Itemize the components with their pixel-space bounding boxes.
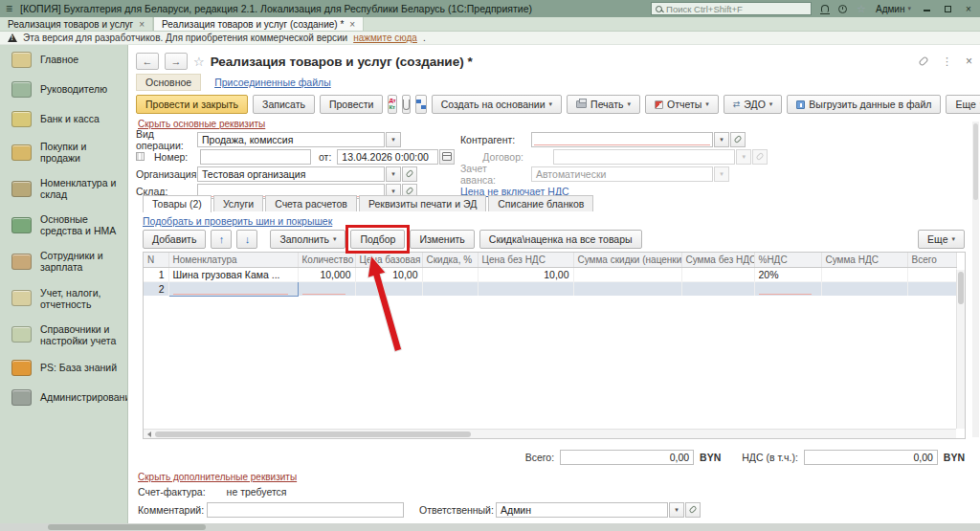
scroll-left-icon[interactable] bbox=[147, 431, 151, 437]
hide-additional-requisites-link[interactable]: Скрыть дополнительные реквизиты bbox=[138, 472, 297, 482]
cell-discount-sum[interactable] bbox=[573, 268, 681, 282]
col-total[interactable]: Всего bbox=[907, 253, 956, 268]
save-button[interactable]: Записать bbox=[253, 95, 315, 114]
get-link-icon[interactable] bbox=[918, 55, 928, 66]
col-nomenclature[interactable]: Номенклатура bbox=[168, 253, 298, 268]
col-vat-sum[interactable]: Сумма НДС bbox=[821, 253, 907, 268]
print-button[interactable]: Печать▾ bbox=[567, 95, 640, 114]
cell-price-no-vat[interactable]: 10,00 bbox=[478, 268, 573, 282]
sidebar-item-fixed-assets[interactable]: Основные средства и НМА bbox=[0, 207, 127, 243]
cell-n[interactable]: 1 bbox=[144, 268, 168, 282]
sidebar-item-manager[interactable]: Руководителю bbox=[0, 75, 127, 104]
table-horizontal-scrollbar[interactable] bbox=[144, 429, 956, 438]
operation-dropdown-button[interactable]: ▾ bbox=[386, 132, 401, 147]
cell-discount[interactable] bbox=[422, 282, 478, 297]
sidebar-item-nomenclature[interactable]: Номенклатура и склад bbox=[0, 170, 127, 207]
search-input[interactable] bbox=[666, 4, 791, 14]
cell-vat-rate[interactable]: 20% bbox=[754, 268, 821, 282]
cell-sum-no-vat[interactable] bbox=[681, 268, 754, 282]
restore-button[interactable] bbox=[942, 4, 953, 14]
date-field[interactable]: 13.04.2026 0:00:00 bbox=[337, 149, 438, 165]
tab-main[interactable]: Основное bbox=[136, 74, 201, 91]
notifications-icon[interactable] bbox=[821, 5, 829, 12]
tab-close-icon[interactable]: × bbox=[139, 19, 145, 30]
responsible-dropdown-button[interactable]: ▾ bbox=[669, 502, 684, 518]
form-scrollbar[interactable] bbox=[972, 122, 979, 437]
edo-button[interactable]: ⇄ЭДО▾ bbox=[724, 95, 783, 114]
cell-n[interactable]: 2 bbox=[144, 282, 168, 297]
purchase-link[interactable]: нажмите сюда bbox=[353, 33, 417, 43]
col-discount-sum[interactable]: Сумма скидки (наценки) bbox=[573, 253, 681, 268]
auto-number-icon[interactable] bbox=[136, 152, 145, 161]
tab-blank-writeoff[interactable]: Списание бланков bbox=[488, 195, 593, 211]
tab-attached-files[interactable]: Присоединенные файлы bbox=[214, 77, 331, 88]
back-button[interactable]: ← bbox=[136, 53, 159, 70]
counterparty-dropdown-button[interactable]: ▾ bbox=[714, 132, 729, 147]
responsible-field[interactable]: Админ bbox=[496, 502, 668, 518]
sidebar-item-main[interactable]: Главное bbox=[0, 45, 127, 75]
fill-button[interactable]: Заполнить▾ bbox=[270, 230, 345, 249]
tab-goods[interactable]: Товары (2) bbox=[143, 195, 212, 212]
col-base-price[interactable]: Цена базовая bbox=[355, 253, 422, 268]
user-menu[interactable]: Админ ▾ bbox=[876, 4, 911, 14]
table-row[interactable]: 1 Шина грузовая Кама ... 10,000 10,00 10… bbox=[144, 268, 956, 282]
attachments-button[interactable] bbox=[402, 95, 411, 114]
cell-nomenclature-focused[interactable] bbox=[168, 282, 298, 297]
post-button[interactable]: Провести bbox=[320, 95, 383, 114]
col-sum-no-vat[interactable]: Сумма без НДС bbox=[681, 253, 754, 268]
col-discount[interactable]: Скидка, % bbox=[422, 253, 478, 268]
forward-button[interactable]: → bbox=[165, 53, 188, 70]
col-quantity[interactable]: Количество bbox=[298, 253, 355, 268]
minimize-button[interactable] bbox=[921, 4, 932, 14]
cell-discount-sum[interactable] bbox=[573, 282, 681, 297]
cell-price-no-vat[interactable] bbox=[478, 282, 573, 297]
move-down-button[interactable]: ↓ bbox=[236, 230, 257, 249]
table-row-selected[interactable]: 2 bbox=[144, 282, 956, 297]
cell-discount[interactable] bbox=[422, 268, 478, 282]
calendar-button[interactable] bbox=[439, 149, 455, 165]
sidebar-item-purchases-sales[interactable]: Покупки и продажи bbox=[0, 134, 127, 170]
post-and-close-button[interactable]: Провести и закрыть bbox=[136, 95, 248, 114]
comment-input[interactable] bbox=[212, 504, 399, 516]
cell-vat-rate[interactable] bbox=[754, 282, 821, 297]
favorites-icon[interactable]: ☆ bbox=[857, 4, 866, 14]
organization-dropdown-button[interactable]: ▾ bbox=[386, 166, 401, 182]
number-input[interactable] bbox=[205, 151, 306, 163]
sidebar-item-staff-salary[interactable]: Сотрудники и зарплата bbox=[0, 243, 127, 279]
cell-total[interactable] bbox=[907, 268, 956, 282]
cell-sum-no-vat[interactable] bbox=[681, 282, 754, 297]
add-row-button[interactable]: Добавить bbox=[143, 230, 206, 249]
sidebar-item-accounting-taxes[interactable]: Учет, налоги, отчетность bbox=[0, 280, 127, 317]
window-horizontal-scrollbar[interactable] bbox=[0, 523, 980, 531]
related-documents-button[interactable] bbox=[415, 95, 427, 114]
comment-field[interactable] bbox=[207, 502, 404, 518]
history-icon[interactable] bbox=[838, 5, 847, 13]
col-vat-rate[interactable]: %НДС bbox=[754, 253, 821, 268]
cell-total[interactable] bbox=[907, 282, 956, 297]
col-price-no-vat[interactable]: Цена без НДС bbox=[478, 253, 573, 268]
window-close-button[interactable]: × bbox=[963, 4, 974, 14]
tab-print-requisites[interactable]: Реквизиты печати и ЭД bbox=[359, 195, 486, 211]
tires-check-link[interactable]: Подобрать и проверить шин и покрышек bbox=[143, 215, 332, 227]
global-search[interactable] bbox=[651, 2, 812, 15]
dt-kt-button[interactable]: ДтКт bbox=[388, 95, 396, 114]
sidebar-item-bank-cash[interactable]: Банк и касса bbox=[0, 104, 127, 134]
tab-services[interactable]: Услуги bbox=[213, 195, 263, 211]
more-menu-icon[interactable]: ⋮ bbox=[942, 55, 952, 68]
tab-settlement-accounts[interactable]: Счета расчетов bbox=[265, 195, 357, 211]
organization-field[interactable]: Тестовая организация bbox=[197, 166, 385, 182]
cell-base-price[interactable]: 10,00 bbox=[355, 268, 422, 282]
counterparty-field[interactable] bbox=[531, 132, 713, 147]
main-menu-icon[interactable]: ≡ bbox=[6, 3, 12, 14]
change-button[interactable]: Изменить bbox=[410, 230, 474, 249]
more-button[interactable]: Еще▾ bbox=[946, 95, 980, 114]
sidebar-item-directories[interactable]: Справочники и настройки учета bbox=[0, 317, 127, 353]
reports-button[interactable]: Отчеты▾ bbox=[645, 95, 719, 114]
create-based-on-button[interactable]: Создать на основании▾ bbox=[432, 95, 562, 114]
tab-realization-create[interactable]: Реализация товаров и услуг (создание) * … bbox=[153, 17, 364, 31]
favorite-star-icon[interactable]: ☆ bbox=[193, 55, 205, 69]
cell-quantity[interactable] bbox=[298, 282, 355, 297]
responsible-open-button[interactable] bbox=[685, 502, 701, 518]
table-vertical-scrollbar[interactable] bbox=[956, 270, 965, 429]
pick-button[interactable]: Подбор bbox=[350, 230, 405, 249]
